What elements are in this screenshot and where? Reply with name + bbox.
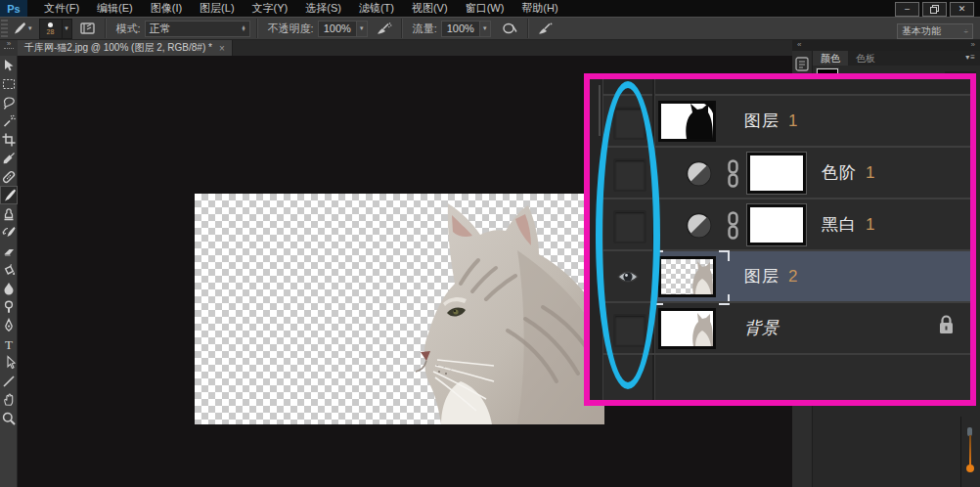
flow-value: 100% [447,22,474,34]
layer-mask-thumbnail[interactable] [747,204,806,245]
menu-view[interactable]: 视图(V) [403,0,457,18]
svg-text:T: T [5,336,13,351]
tool-eraser[interactable] [0,242,18,260]
brush-icon [1,188,17,203]
photoshop-window: Ps 文件(F) 编辑(E) 图像(I) 图层(L) 文字(Y) 选择(S) 滤… [0,0,980,487]
menu-type[interactable]: 文字(Y) [244,0,297,18]
document-tab[interactable]: 千库网-猫2.jpg @ 100% (图层 2, RGB/8#) * × [18,40,233,56]
tool-pen[interactable] [0,316,18,334]
blur-icon [1,281,17,296]
tablet-pressure-icon[interactable] [537,22,554,35]
tool-line[interactable] [0,372,18,390]
layer-thumbnail[interactable] [658,101,716,142]
tool-hand[interactable] [0,390,18,409]
divider [105,19,107,38]
brush-tip-dot [48,22,53,27]
layer-row-background[interactable]: 背景 [602,301,970,353]
blend-mode-select[interactable]: 正常 ▴▾ [145,21,250,37]
tool-path-selection[interactable] [0,353,18,372]
layer-name[interactable]: 图层1 [744,110,798,132]
tool-lasso[interactable] [0,93,18,111]
options-bar: ▾ 28 ▼ 模式: 正常 ▴▾ 不透明度: 100% ▼ 流量: [0,17,980,40]
layer-mask-link-icon[interactable] [726,159,740,192]
layer-mask-thumbnail[interactable] [747,153,806,194]
chevron-down-icon[interactable]: ▼ [62,20,71,38]
flow-input[interactable]: 100% [441,21,480,37]
layer-name[interactable]: 背景 [744,317,780,339]
flow-dropdown-icon[interactable]: ▼ [480,21,491,37]
tool-eyedropper[interactable] [0,149,18,167]
tool-blur[interactable] [0,279,18,297]
magic-wand-icon [1,113,17,129]
brush-size-preview[interactable]: 28 ▼ [39,19,72,39]
layer-name[interactable]: 图层2 [744,265,798,288]
visibility-column-highlight-ellipse [596,81,660,389]
divider [960,417,961,487]
tool-rectangular-marquee[interactable] [0,74,18,93]
tool-magic-wand[interactable] [0,111,18,130]
menus: 文件(F) 编辑(E) 图像(I) 图层(L) 文字(Y) 选择(S) 滤镜(T… [35,0,567,18]
options-bar-grip[interactable] [1,20,8,37]
lock-icon [938,314,955,339]
opacity-dropdown-icon[interactable]: ▼ [357,21,368,37]
orange-slider-track[interactable] [969,435,971,466]
tab-color[interactable]: 颜色 [813,51,848,66]
menu-select[interactable]: 选择(S) [296,0,350,18]
adjustment-layer-icon[interactable] [686,160,712,191]
layer-thumbnail[interactable] [658,308,716,349]
layer-name[interactable]: 色阶1 [822,161,875,184]
menu-layer[interactable]: 图层(L) [191,0,243,18]
menu-window[interactable]: 窗口(W) [457,0,513,18]
opacity-input[interactable]: 100% [318,21,357,37]
adjustment-layer-icon[interactable] [686,212,712,243]
close-icon[interactable]: ✕ [950,2,974,17]
tool-clone-stamp[interactable] [0,204,18,223]
window-controls: – ✕ [895,2,974,17]
tab-swatches[interactable]: 色板 [848,51,883,66]
tool-zoom[interactable] [0,409,18,427]
layers-panel-top-edge [602,79,970,94]
dodge-icon [1,299,17,315]
restore-icon[interactable] [922,2,947,17]
airbrush-toggle-icon[interactable] [501,22,518,35]
tool-paint-bucket[interactable] [0,260,18,279]
tool-history-brush[interactable] [0,223,18,242]
orange-slider-handle[interactable] [966,465,974,472]
layer-mask-link-icon[interactable] [726,211,740,244]
divider [256,19,258,38]
tool-crop[interactable] [0,130,18,149]
tool-dodge[interactable] [0,297,18,316]
document-canvas[interactable] [195,194,604,424]
tool-type[interactable]: T [0,334,18,353]
mode-label: 模式: [116,22,141,36]
flow-label: 流量: [413,22,437,36]
eraser-icon [1,244,17,259]
close-tab-icon[interactable]: × [219,43,225,54]
menu-bar: Ps 文件(F) 编辑(E) 图像(I) 图层(L) 文字(Y) 选择(S) 滤… [0,0,980,17]
layer-row-tuceng1[interactable]: 图层1 [602,94,970,146]
tools-panel-header[interactable]: » [0,40,18,56]
workspace-switcher[interactable]: 基本功能 ÷ [897,23,973,39]
tool-brush[interactable] [0,186,18,204]
collapse-panels-right-icon[interactable]: » [971,40,975,49]
brush-tool-preset-icon[interactable]: ▾ [11,22,32,35]
menu-filter[interactable]: 滤镜(T) [350,0,403,18]
lasso-icon [1,95,17,111]
menu-help[interactable]: 帮助(H) [512,0,566,18]
layer-name[interactable]: 黑白1 [822,213,875,236]
updown-arrows-icon: ÷ [964,27,968,36]
menu-image[interactable]: 图像(I) [142,0,191,18]
tools-panel: T [0,56,18,487]
collapse-panels-left-icon[interactable]: « [797,40,801,49]
airbrush-opacity-pressure-icon[interactable] [376,22,392,35]
dock-header: « » [792,40,980,51]
layer-thumbnail[interactable] [658,256,716,297]
blend-mode-value: 正常 [150,22,171,36]
tool-move[interactable] [0,56,18,74]
menu-file[interactable]: 文件(F) [35,0,88,18]
menu-edit[interactable]: 编辑(E) [88,0,142,18]
minimize-icon[interactable]: – [895,2,919,17]
panel-menu-icon[interactable]: ▾≡ [965,53,976,62]
tool-spot-healing-brush[interactable] [0,167,18,186]
toggle-brush-panel-icon[interactable] [80,22,96,35]
